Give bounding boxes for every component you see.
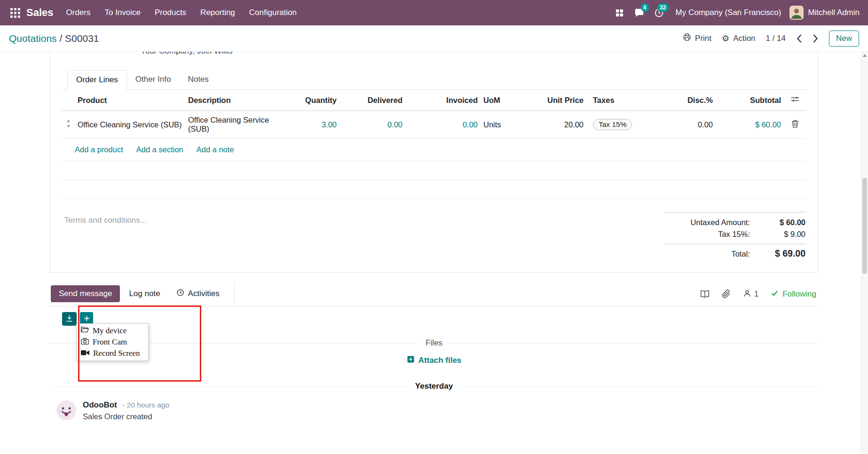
empty-order-line bbox=[62, 161, 806, 180]
menu-item-record-screen[interactable]: Record Screen bbox=[77, 348, 148, 359]
nav-item-products[interactable]: Products bbox=[148, 0, 193, 25]
header-invoiced[interactable]: Invoiced bbox=[405, 90, 481, 110]
nav-item-to-invoice[interactable]: To Invoice bbox=[97, 0, 148, 25]
control-panel-actions: Print ⚙ Action 1 / 14 New bbox=[683, 31, 859, 47]
user-name[interactable]: Mitchell Admin bbox=[808, 8, 860, 17]
terms-placeholder[interactable]: Terms and conditions... bbox=[64, 212, 147, 260]
cell-taxes: Tax 15% bbox=[586, 114, 664, 135]
scrollbar-thumb[interactable] bbox=[862, 178, 867, 274]
open-book-icon[interactable] bbox=[700, 290, 710, 298]
menu-item-my-device[interactable]: My device bbox=[77, 325, 148, 337]
messages-badge: 4 bbox=[641, 3, 649, 12]
video-icon bbox=[81, 349, 89, 358]
add-note-link[interactable]: Add a note bbox=[197, 145, 234, 154]
tab-notes[interactable]: Notes bbox=[179, 70, 217, 90]
odoobot-avatar bbox=[56, 400, 76, 422]
following-button[interactable]: Following bbox=[771, 289, 816, 299]
message-author[interactable]: OdooBot bbox=[83, 400, 117, 409]
divider-line bbox=[50, 386, 408, 387]
messages-icon[interactable]: 4 bbox=[630, 0, 649, 25]
systray: 4 32 My Company (San Francisco) Mitchell… bbox=[610, 0, 862, 25]
breadcrumb-current: S00031 bbox=[65, 33, 99, 44]
sheet-bottom: Terms and conditions... Untaxed Amount: … bbox=[62, 212, 806, 260]
breadcrumb-quotations[interactable]: Quotations bbox=[9, 33, 57, 44]
grid-icon[interactable] bbox=[610, 0, 630, 25]
apps-menu-icon[interactable] bbox=[6, 0, 24, 25]
pager-previous-icon[interactable] bbox=[796, 34, 802, 43]
breadcrumb-separator: / bbox=[59, 33, 62, 44]
attachment-toolbar bbox=[50, 312, 818, 327]
untaxed-amount-row: Untaxed Amount: $ 60.00 bbox=[664, 217, 806, 228]
tax-value: $ 9.00 bbox=[750, 230, 805, 239]
gear-icon: ⚙ bbox=[722, 34, 729, 43]
header-unit-price[interactable]: Unit Price bbox=[525, 90, 586, 110]
empty-order-line bbox=[62, 180, 806, 199]
tab-order-lines[interactable]: Order Lines bbox=[67, 70, 127, 90]
nav-item-reporting[interactable]: Reporting bbox=[193, 0, 242, 25]
cell-unit-price[interactable]: 20.00 bbox=[525, 116, 586, 134]
tax-pill[interactable]: Tax 15% bbox=[593, 119, 632, 130]
header-delivered[interactable]: Delivered bbox=[339, 90, 405, 110]
pager-value: 1 / 14 bbox=[765, 34, 786, 43]
plus-icon bbox=[83, 315, 90, 323]
check-icon bbox=[771, 289, 779, 299]
app-name[interactable]: Sales bbox=[26, 7, 54, 19]
activities-clock-icon[interactable]: 32 bbox=[649, 0, 669, 25]
tax-row: Tax 15%: $ 9.00 bbox=[664, 228, 806, 240]
header-description[interactable]: Description bbox=[185, 90, 290, 110]
date-divider: Yesterday bbox=[50, 382, 818, 391]
order-line-row[interactable]: Office Cleaning Service (SUB) Office Cle… bbox=[62, 111, 806, 139]
pager-next-icon[interactable] bbox=[813, 34, 819, 43]
scrollbar[interactable] bbox=[861, 52, 868, 454]
breadcrumb: Quotations / S00031 bbox=[9, 33, 99, 44]
scrollbar-up-arrow[interactable] bbox=[863, 54, 867, 57]
cell-disc[interactable]: 0.00 bbox=[664, 116, 716, 134]
attach-files-row: Attach files bbox=[50, 355, 818, 366]
paperclip-icon[interactable] bbox=[722, 290, 731, 298]
cell-invoiced[interactable]: 0.00 bbox=[405, 116, 481, 134]
tab-other-info[interactable]: Other Info bbox=[127, 70, 180, 90]
followers-button[interactable]: 1 bbox=[743, 289, 758, 299]
drag-handle-icon[interactable] bbox=[62, 115, 75, 134]
delete-line-icon[interactable] bbox=[784, 115, 806, 134]
chatter-message: OdooBot - 20 hours ago Sales Order creat… bbox=[50, 400, 818, 422]
chatter-tools: 1 Following bbox=[700, 289, 818, 299]
header-subtotal[interactable]: Subtotal bbox=[716, 90, 784, 110]
cell-product[interactable]: Office Cleaning Service (SUB) bbox=[75, 116, 185, 134]
control-panel: Quotations / S00031 Print ⚙ Action 1 / 1… bbox=[0, 25, 868, 52]
nav-item-orders[interactable]: Orders bbox=[59, 0, 98, 25]
cell-description[interactable]: Office Cleaning Service (SUB) bbox=[185, 111, 290, 138]
download-button[interactable] bbox=[62, 312, 77, 326]
cell-quantity[interactable]: 3.00 bbox=[290, 116, 339, 134]
message-body: Sales Order created bbox=[83, 412, 169, 421]
clock-icon bbox=[176, 289, 184, 299]
header-quantity[interactable]: Quantity bbox=[290, 90, 339, 110]
cell-delivered[interactable]: 0.00 bbox=[339, 116, 405, 134]
download-icon bbox=[65, 314, 73, 324]
cell-uom[interactable]: Units bbox=[481, 116, 525, 134]
company-switcher[interactable]: My Company (San Francisco) bbox=[676, 8, 781, 17]
add-product-link[interactable]: Add a product bbox=[75, 145, 123, 154]
optional-columns-icon[interactable] bbox=[784, 90, 806, 110]
user-avatar[interactable] bbox=[789, 6, 804, 20]
activities-button[interactable]: Activities bbox=[169, 285, 227, 303]
attach-files-link[interactable]: Attach files bbox=[407, 355, 462, 366]
action-button[interactable]: ⚙ Action bbox=[722, 34, 755, 43]
divider-line bbox=[460, 386, 818, 387]
top-navbar: Sales Orders To Invoice Products Reporti… bbox=[0, 0, 868, 25]
header-disc[interactable]: Disc.% bbox=[664, 90, 716, 110]
header-uom[interactable]: UoM bbox=[481, 90, 525, 110]
new-button[interactable]: New bbox=[829, 31, 859, 47]
order-lines-header: Product Description Quantity Delivered I… bbox=[62, 90, 806, 111]
print-button[interactable]: Print bbox=[683, 33, 711, 44]
header-product[interactable]: Product bbox=[75, 90, 185, 110]
clipped-customer-line: Your Company, Joel Willis bbox=[62, 52, 806, 58]
send-message-button[interactable]: Send message bbox=[51, 285, 120, 302]
nav-item-configuration[interactable]: Configuration bbox=[242, 0, 304, 25]
message-timestamp: - 20 hours ago bbox=[122, 401, 169, 409]
header-taxes[interactable]: Taxes bbox=[586, 90, 664, 110]
log-note-button[interactable]: Log note bbox=[122, 285, 167, 302]
plus-square-icon bbox=[407, 355, 415, 366]
menu-item-front-cam[interactable]: Front Cam bbox=[77, 337, 148, 348]
add-section-link[interactable]: Add a section bbox=[136, 145, 183, 154]
